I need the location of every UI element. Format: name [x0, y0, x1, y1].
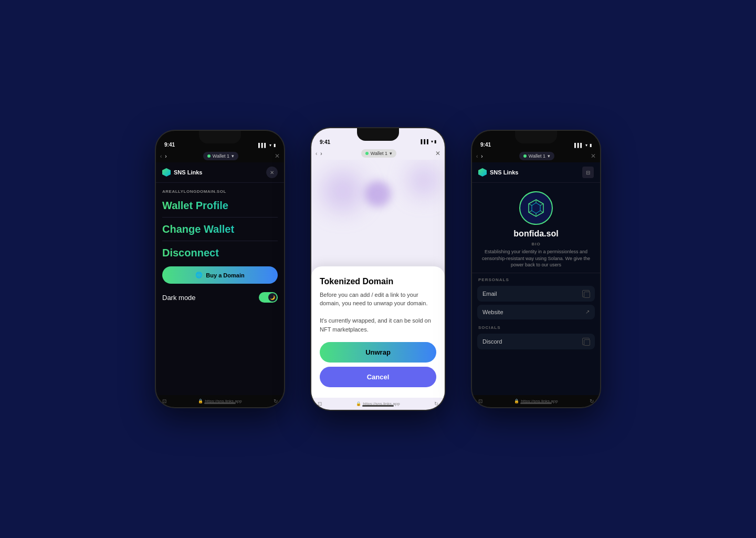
wallet-label-2: Wallet 1	[371, 151, 387, 156]
buy-domain-button[interactable]: 🌐 Buy a Domain	[162, 266, 278, 284]
buy-domain-label: Buy a Domain	[206, 272, 244, 278]
phone-3-time: 9:41	[480, 142, 491, 148]
bookmark-icon: ⊡	[162, 398, 166, 404]
wallet-label-3: Wallet 1	[529, 153, 545, 159]
phone-1-status-icons: ▌▌▌ ▾ ▮	[258, 143, 276, 148]
phone-2: 9:41 ▌▌▌ ▾ ▮ ‹ › Wallet 1 ▾ ✕	[310, 127, 446, 411]
menu-divider-1	[162, 217, 278, 218]
bg-circle-2	[408, 165, 439, 196]
bg-avatar	[365, 181, 391, 207]
phone-1-bottom-bar: ⊡ 🔒 https://sns.links.app ↻	[156, 395, 284, 407]
menu-item-wallet-profile[interactable]: Wallet Profile	[162, 198, 278, 213]
wallet-status-dot-2	[365, 152, 369, 155]
phone-3-nav: ‹ ›	[476, 153, 483, 159]
phone-3-notch	[515, 131, 557, 143]
phone-2-bottom-bar: ⊡ 🔒 https://sns.links.app ↻	[311, 398, 445, 410]
modal-body: Before you can add / edit a link to your…	[320, 291, 436, 334]
menu-item-disconnect[interactable]: Disconnect	[162, 245, 278, 260]
dark-mode-label: Dark mode	[162, 294, 196, 302]
app-name-3: SNS Links	[490, 169, 518, 175]
browser-close-icon-3[interactable]: ✕	[591, 152, 596, 160]
app-logo-3: SNS Links	[478, 168, 518, 177]
phone-1-header: SNS Links ✕	[156, 162, 284, 183]
phone-2-home-indicator	[362, 405, 394, 407]
menu-divider-2	[162, 241, 278, 241]
signal-icon-3: ▌▌▌	[574, 143, 583, 148]
phone-3-wallet-pill[interactable]: Wallet 1 ▾	[519, 152, 554, 160]
wallet-status-dot	[207, 154, 211, 158]
browser-close-icon-2[interactable]: ✕	[435, 150, 440, 157]
cancel-button[interactable]: Cancel	[320, 367, 436, 387]
phone-3: 9:41 ▌▌▌ ▾ ▮ ‹ › Wallet 1 ▾ ✕	[471, 130, 601, 408]
nav-back-icon-2[interactable]: ‹	[316, 151, 317, 157]
phone-3-header: SNS Links ⊟	[472, 162, 600, 183]
app-name: SNS Links	[174, 169, 202, 175]
unwrap-button[interactable]: Unwrap	[320, 342, 436, 363]
profile-name: bonfida.sol	[513, 229, 558, 239]
bookmark-icon-2: ⊡	[318, 401, 322, 407]
discord-label: Discord	[482, 338, 502, 345]
website-link-item[interactable]: Website ↗	[477, 305, 595, 319]
signal-icon: ▌▌▌	[258, 143, 267, 148]
nav-back-icon-3[interactable]: ‹	[476, 153, 478, 159]
domain-label: AREALLYLONGDOMAIN.SOL	[162, 189, 278, 194]
refresh-icon-3[interactable]: ↻	[590, 398, 594, 404]
profile-section: bonfida.sol BIO Establishing your identi…	[472, 183, 600, 273]
nav-forward-icon-2[interactable]: ›	[320, 151, 322, 157]
svg-line-7	[529, 204, 532, 205]
modal-body-text: Before you can add / edit a link to your…	[320, 292, 431, 333]
nav-forward-icon[interactable]: ›	[165, 153, 166, 159]
logo-hex-icon-3	[478, 168, 487, 177]
menu-item-change-wallet[interactable]: Change Wallet	[162, 222, 278, 236]
phone-2-time: 9:41	[320, 139, 330, 145]
copy-icon-email	[582, 290, 590, 297]
svg-line-3	[540, 204, 543, 205]
bg-circle-1	[322, 170, 364, 212]
phone-2-notch	[357, 128, 399, 141]
wifi-icon-3: ▾	[585, 143, 587, 148]
close-button[interactable]: ✕	[266, 167, 278, 178]
nav-forward-icon-3[interactable]: ›	[481, 153, 482, 159]
signal-icon-2: ▌▌▌ ▾ ▮	[421, 139, 436, 144]
website-label: Website	[482, 309, 503, 315]
toggle-knob: 🌙	[268, 293, 277, 302]
refresh-icon-2[interactable]: ↻	[434, 401, 438, 407]
cancel-label: Cancel	[367, 373, 390, 381]
wallet-label: Wallet 1	[213, 153, 229, 159]
chevron-down-icon: ▾	[232, 153, 234, 159]
phone-1: 9:41 ▌▌▌ ▾ ▮ ‹ › Wallet 1 ▾ ✕	[155, 130, 285, 408]
phone-1-menu: AREALLYLONGDOMAIN.SOL Wallet Profile Cha…	[156, 183, 284, 395]
svg-line-4	[540, 211, 543, 212]
app-logo: SNS Links	[162, 168, 202, 177]
profile-avatar	[519, 191, 553, 225]
phone-3-browser-bar: ‹ › Wallet 1 ▾ ✕	[472, 150, 600, 162]
discord-link-item[interactable]: Discord	[477, 334, 595, 349]
svg-line-6	[529, 211, 532, 212]
phone-2-wallet-pill[interactable]: Wallet 1 ▾	[361, 149, 396, 158]
modal-card: Tokenized Domain Before you can add / ed…	[311, 266, 445, 398]
battery-icon-3: ▮	[590, 143, 592, 148]
globe-icon: 🌐	[195, 272, 203, 278]
scene: 9:41 ▌▌▌ ▾ ▮ ‹ › Wallet 1 ▾ ✕	[0, 0, 756, 538]
phone-1-home-indicator	[204, 402, 236, 404]
dark-mode-toggle[interactable]: 🌙	[259, 292, 278, 303]
phone-2-status-icons: ▌▌▌ ▾ ▮	[421, 136, 436, 145]
personals-section-label: PERSONALS	[472, 273, 600, 284]
email-link-item[interactable]: Email	[477, 286, 595, 302]
phone-1-time: 9:41	[164, 142, 175, 148]
hex-logo-icon	[526, 198, 547, 219]
phone-1-content: SNS Links ✕ AREALLYLONGDOMAIN.SOL Wallet…	[156, 162, 284, 395]
battery-icon: ▮	[274, 143, 276, 148]
unwrap-label: Unwrap	[365, 348, 391, 356]
phone-2-content: Tokenized Domain Before you can add / ed…	[311, 160, 445, 398]
email-label: Email	[482, 291, 497, 297]
copy-icon-discord	[582, 338, 590, 345]
phone-2-nav: ‹ ›	[316, 151, 322, 157]
lock-icon-3: 🔒	[514, 399, 519, 404]
share-button[interactable]: ⊟	[582, 167, 594, 178]
browser-close-icon[interactable]: ✕	[275, 152, 280, 160]
nav-back-icon[interactable]: ‹	[160, 153, 162, 159]
phone-1-wallet-pill[interactable]: Wallet 1 ▾	[203, 152, 238, 160]
phone-1-browser-bar: ‹ › Wallet 1 ▾ ✕	[156, 150, 284, 162]
refresh-icon[interactable]: ↻	[274, 398, 278, 404]
